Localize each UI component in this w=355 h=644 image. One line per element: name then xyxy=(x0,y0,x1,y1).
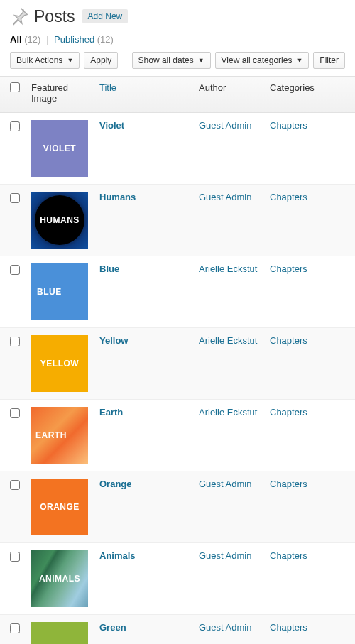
author-link[interactable]: Guest Admin xyxy=(199,479,251,489)
author-link[interactable]: Guest Admin xyxy=(199,550,251,561)
author-cell: Guest Admin xyxy=(193,471,264,543)
post-title-link[interactable]: Animals xyxy=(99,550,136,561)
row-checkbox[interactable] xyxy=(10,408,20,418)
apply-button[interactable]: Apply xyxy=(84,52,118,69)
categories-cell: Chapters xyxy=(264,256,355,328)
title-cell: Green xyxy=(94,615,193,645)
post-title-link[interactable]: Earth xyxy=(99,407,123,417)
author-cell: Guest Admin xyxy=(193,543,264,615)
row-checkbox[interactable] xyxy=(10,265,20,275)
category-link[interactable]: Chapters xyxy=(270,407,307,417)
page-title: Posts xyxy=(34,7,75,26)
post-title-link[interactable]: Humans xyxy=(99,192,136,202)
bulk-actions-label: Bulk Actions xyxy=(16,55,62,65)
categories-cell: Chapters xyxy=(264,185,355,256)
category-link[interactable]: Chapters xyxy=(270,550,307,561)
categories-cell: Chapters xyxy=(264,113,355,185)
categories-cell: Chapters xyxy=(264,471,355,543)
title-cell: Orange xyxy=(94,471,193,543)
col-title[interactable]: Title xyxy=(94,77,193,113)
author-link[interactable]: Guest Admin xyxy=(199,120,251,131)
table-row: YELLOWYellowArielle EckstutChapters xyxy=(0,328,355,400)
table-row: EARTHEarthArielle EckstutChapters xyxy=(0,400,355,471)
pin-icon xyxy=(9,6,30,27)
author-cell: Arielle Eckstut xyxy=(193,328,264,400)
row-checkbox-cell xyxy=(0,256,26,328)
featured-image-thumbnail[interactable]: GREEN xyxy=(31,622,88,644)
featured-image-thumbnail[interactable]: HUMANS xyxy=(31,192,88,249)
author-link[interactable]: Arielle Eckstut xyxy=(199,263,257,274)
featured-image-thumbnail[interactable]: BLUE xyxy=(31,263,88,320)
row-checkbox[interactable] xyxy=(10,337,20,346)
table-row: VIOLETVioletGuest AdminChapters xyxy=(0,113,355,185)
row-checkbox[interactable] xyxy=(10,623,20,633)
row-checkbox-cell xyxy=(0,328,26,400)
row-checkbox-cell xyxy=(0,615,26,645)
filter-button[interactable]: Filter xyxy=(313,52,345,69)
featured-image-thumbnail[interactable]: YELLOW xyxy=(31,335,88,392)
separator: | xyxy=(46,34,48,45)
select-all-checkbox[interactable] xyxy=(10,82,20,92)
featured-image-cell: ORANGE xyxy=(26,471,94,543)
category-link[interactable]: Chapters xyxy=(270,622,307,633)
col-author: Author xyxy=(193,77,264,113)
table-header-row: Featured Image Title Author Categories xyxy=(0,77,355,113)
filter-all-link[interactable]: All (12) xyxy=(10,34,43,45)
author-link[interactable]: Arielle Eckstut xyxy=(199,407,257,417)
post-title-link[interactable]: Violet xyxy=(99,120,124,131)
filter-published-link[interactable]: Published (12) xyxy=(54,34,114,45)
category-link[interactable]: Chapters xyxy=(270,335,307,346)
row-checkbox-cell xyxy=(0,185,26,256)
author-cell: Arielle Eckstut xyxy=(193,400,264,471)
categories-cell: Chapters xyxy=(264,400,355,471)
page-header: Posts Add New xyxy=(0,0,355,31)
bulk-actions-select[interactable]: Bulk Actions ▼ xyxy=(10,52,80,69)
author-cell: Arielle Eckstut xyxy=(193,256,264,328)
author-cell: Guest Admin xyxy=(193,113,264,185)
featured-image-thumbnail[interactable]: VIOLET xyxy=(31,120,88,177)
col-categories: Categories xyxy=(264,77,355,113)
title-cell: Blue xyxy=(94,256,193,328)
select-all-header xyxy=(0,77,26,113)
table-controls: Bulk Actions ▼ Apply Show all dates ▼ Vi… xyxy=(0,52,355,76)
row-checkbox-cell xyxy=(0,543,26,615)
row-checkbox-cell xyxy=(0,471,26,543)
post-title-link[interactable]: Green xyxy=(99,622,126,633)
category-link[interactable]: Chapters xyxy=(270,263,307,274)
featured-image-cell: VIOLET xyxy=(26,113,94,185)
row-checkbox[interactable] xyxy=(10,193,20,203)
posts-table: Featured Image Title Author Categories V… xyxy=(0,76,355,644)
col-title-label: Title xyxy=(99,82,116,93)
filter-published-count: (12) xyxy=(97,34,114,45)
add-new-button[interactable]: Add New xyxy=(82,9,129,23)
row-checkbox[interactable] xyxy=(10,121,20,131)
category-link[interactable]: Chapters xyxy=(270,120,307,131)
post-title-link[interactable]: Yellow xyxy=(99,335,128,346)
featured-image-cell: BLUE xyxy=(26,256,94,328)
categories-cell: Chapters xyxy=(264,543,355,615)
categories-cell: Chapters xyxy=(264,615,355,645)
filter-all-label: All xyxy=(10,34,22,45)
category-link[interactable]: Chapters xyxy=(270,479,307,489)
post-title-link[interactable]: Orange xyxy=(99,479,132,489)
author-cell: Guest Admin xyxy=(193,615,264,645)
title-cell: Animals xyxy=(94,543,193,615)
post-title-link[interactable]: Blue xyxy=(99,263,119,274)
row-checkbox[interactable] xyxy=(10,480,20,490)
table-row: GREENGreenGuest AdminChapters xyxy=(0,615,355,645)
featured-image-thumbnail[interactable]: EARTH xyxy=(31,407,88,464)
col-featured: Featured Image xyxy=(26,77,94,113)
category-filter-select[interactable]: View all categories ▼ xyxy=(215,52,310,69)
author-link[interactable]: Guest Admin xyxy=(199,622,251,633)
title-cell: Yellow xyxy=(94,328,193,400)
row-checkbox[interactable] xyxy=(10,552,20,562)
category-link[interactable]: Chapters xyxy=(270,192,307,202)
date-filter-select[interactable]: Show all dates ▼ xyxy=(132,52,211,69)
featured-image-cell: HUMANS xyxy=(26,185,94,256)
caret-down-icon: ▼ xyxy=(67,57,73,64)
author-link[interactable]: Guest Admin xyxy=(199,192,251,202)
table-row: HUMANSHumansGuest AdminChapters xyxy=(0,185,355,256)
featured-image-thumbnail[interactable]: ORANGE xyxy=(31,479,88,535)
featured-image-thumbnail[interactable]: ANIMALS xyxy=(31,550,88,607)
author-link[interactable]: Arielle Eckstut xyxy=(199,335,257,346)
